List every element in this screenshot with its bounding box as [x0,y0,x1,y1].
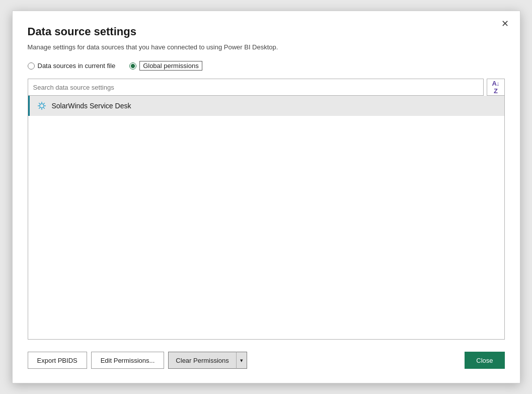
radio-current-file[interactable]: Data sources in current file [28,62,116,70]
connector-icon [37,101,47,111]
radio-global-permissions[interactable]: Global permissions [129,61,202,71]
search-row: A↓Z [28,79,505,96]
clear-permissions-dropdown-button[interactable]: ▾ [236,352,247,369]
radio-label-current-file: Data sources in current file [38,62,116,70]
close-button[interactable]: Close [465,352,504,369]
data-source-list: SolarWinds Service Desk [28,96,505,340]
svg-point-0 [40,104,44,108]
radio-group: Data sources in current file Global perm… [28,61,505,71]
list-item[interactable]: SolarWinds Service Desk [28,96,504,116]
sort-button[interactable]: A↓Z [487,79,505,96]
list-item-name: SolarWinds Service Desk [52,102,131,110]
search-input[interactable] [28,79,484,96]
data-source-settings-dialog: ✕ Data source settings Manage settings f… [12,11,520,383]
dialog-overlay: ✕ Data source settings Manage settings f… [0,0,532,394]
dialog-description: Manage settings for data sources that yo… [28,43,505,51]
close-icon-button[interactable]: ✕ [498,18,512,29]
svg-line-8 [39,107,40,109]
dialog-title: Data source settings [28,25,505,38]
radio-input-global-permissions[interactable] [129,62,136,70]
svg-line-7 [43,103,44,104]
sort-icon: A↓Z [492,80,499,95]
clear-permissions-button[interactable]: Clear Permissions [168,352,236,369]
svg-line-6 [43,107,44,109]
radio-input-current-file[interactable] [28,62,35,70]
export-pbids-button[interactable]: Export PBIDS [28,352,87,369]
bottom-actions: Export PBIDS Edit Permissions... Clear P… [28,352,505,369]
edit-permissions-button[interactable]: Edit Permissions... [91,352,165,369]
radio-label-global-permissions: Global permissions [139,61,202,71]
svg-line-5 [39,103,40,104]
left-buttons: Export PBIDS Edit Permissions... Clear P… [28,352,247,369]
clear-permissions-split-button: Clear Permissions ▾ [168,352,247,369]
